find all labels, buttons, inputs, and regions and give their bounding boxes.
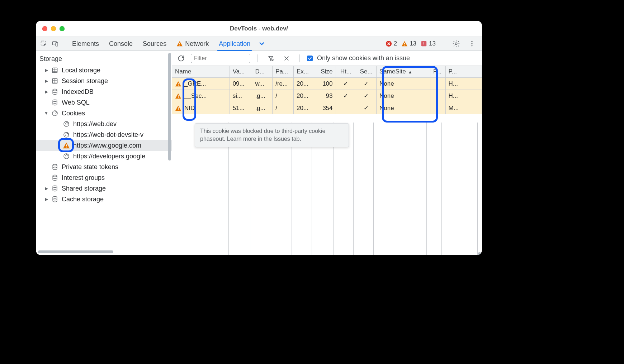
expand-arrow-icon[interactable]: ▶ <box>44 89 48 94</box>
issue-count-value: 13 <box>429 40 436 47</box>
tab-label: Sources <box>143 40 166 48</box>
column-header[interactable]: Name <box>172 66 230 78</box>
close-window-button[interactable] <box>42 26 47 31</box>
svg-point-30 <box>65 135 66 136</box>
svg-point-29 <box>67 135 67 136</box>
sidebar-section-title: Storage <box>36 53 172 65</box>
cookies-table: NameVa...D...Pa...Ex...SizeHt...Se...Sam… <box>172 66 482 114</box>
sidebar-item[interactable]: ▶Shared storage <box>36 183 172 194</box>
svg-point-37 <box>53 164 57 166</box>
warning-icon <box>175 93 181 99</box>
table-row[interactable]: _GRE...09...w.../re...20...100✓✓NoneH... <box>172 78 482 90</box>
svg-rect-2 <box>56 43 58 46</box>
column-header[interactable]: Ht... <box>336 66 356 78</box>
cell-domain: .g... <box>252 90 273 102</box>
tab-application[interactable]: Application <box>214 37 255 51</box>
inspect-element-icon[interactable] <box>38 38 49 49</box>
column-header[interactable]: Ex... <box>293 66 314 78</box>
cell-value: 51... <box>230 102 252 114</box>
cell-value: 09... <box>230 78 252 90</box>
column-header[interactable]: Va... <box>230 66 252 78</box>
column-header[interactable]: Size <box>314 66 336 78</box>
minimize-window-button[interactable] <box>51 26 56 31</box>
expand-arrow-icon[interactable]: ▶ <box>44 197 48 202</box>
tab-sources[interactable]: Sources <box>138 37 171 51</box>
sidebar-item-label: Cache storage <box>62 196 104 203</box>
more-options-icon[interactable] <box>466 38 478 49</box>
only-issues-checkbox[interactable] <box>307 56 313 61</box>
sidebar-item[interactable]: ▶Web SQL <box>36 97 172 108</box>
warning-count[interactable]: 13 <box>401 40 416 47</box>
clear-all-icon[interactable] <box>281 53 292 64</box>
clear-filter-icon[interactable] <box>265 53 276 64</box>
column-header[interactable]: P... <box>430 66 446 78</box>
expand-arrow-icon[interactable]: ▶ <box>44 68 48 73</box>
sidebar-item[interactable]: ▶Private state tokens <box>36 162 172 172</box>
cell-http: ✓ <box>336 90 356 102</box>
collapse-arrow-icon[interactable]: ▼ <box>44 111 48 116</box>
table-row[interactable]: NID51....g.../20...354✓NoneM... <box>172 102 482 114</box>
svg-point-36 <box>65 157 66 158</box>
svg-point-40 <box>53 197 57 198</box>
sidebar-item[interactable]: ▶Local storage <box>36 65 172 76</box>
cell-expires: 20... <box>293 78 314 90</box>
expand-arrow-icon[interactable]: ▶ <box>44 186 48 191</box>
table-row[interactable]: __Sec...si....g.../20...93✓✓NoneH... <box>172 90 482 102</box>
table-vertical-scrollbar[interactable] <box>478 252 481 255</box>
tab-label: Application <box>219 40 250 48</box>
refresh-icon[interactable] <box>176 53 186 64</box>
sidebar-item[interactable]: ▶https://web-dot-devsite-v <box>36 129 172 140</box>
svg-rect-7 <box>404 45 405 46</box>
settings-icon[interactable] <box>450 38 462 49</box>
cell-name: _GRE... <box>172 78 230 90</box>
column-header[interactable]: P... <box>445 66 482 78</box>
sidebar-item[interactable]: ▶Interest groups <box>36 172 172 183</box>
cell-priority: H... <box>445 78 482 90</box>
tab-network[interactable]: Network <box>171 37 214 51</box>
cell-path: / <box>273 90 294 102</box>
error-count[interactable]: 2 <box>386 40 397 47</box>
column-header[interactable]: D... <box>252 66 273 78</box>
svg-point-20 <box>54 112 55 113</box>
svg-point-17 <box>53 89 57 91</box>
more-tabs-button[interactable] <box>255 40 268 47</box>
tab-console[interactable]: Console <box>104 37 138 51</box>
db-icon <box>51 163 59 171</box>
sidebar-item-label: Interest groups <box>62 174 105 182</box>
svg-rect-45 <box>178 107 179 109</box>
sidebar-item[interactable]: ▶Cache storage <box>36 194 172 205</box>
cell-samesite: None <box>377 102 430 114</box>
expand-arrow-icon[interactable]: ▶ <box>44 78 48 83</box>
cell-secure: ✓ <box>356 90 377 102</box>
window-controls <box>42 26 65 31</box>
maximize-window-button[interactable] <box>60 26 65 31</box>
filter-input[interactable] <box>191 54 250 63</box>
column-header[interactable]: Pa... <box>273 66 294 78</box>
svg-rect-3 <box>179 43 180 44</box>
issue-count[interactable]: 13 <box>421 40 436 47</box>
warning-icon <box>176 40 183 47</box>
db-icon <box>51 99 59 106</box>
sidebar-horizontal-scrollbar[interactable] <box>36 250 172 255</box>
svg-point-38 <box>53 175 57 177</box>
cookie-icon <box>62 152 70 160</box>
panel-tabs: ElementsConsoleSourcesNetworkApplication <box>67 37 255 51</box>
sidebar-item-label: https://web.dev <box>73 120 117 128</box>
sidebar-item[interactable]: ▶https://developers.google <box>36 151 172 162</box>
sidebar-item[interactable]: ▶https://web.dev <box>36 119 172 129</box>
svg-point-35 <box>67 157 67 157</box>
device-toolbar-icon[interactable] <box>49 38 61 49</box>
column-header[interactable]: SameSite▲ <box>377 66 430 78</box>
sidebar-item-label: Session storage <box>62 77 108 85</box>
tab-elements[interactable]: Elements <box>67 37 104 51</box>
grid-icon <box>51 66 59 74</box>
sidebar-item[interactable]: ▶IndexedDB <box>36 86 172 97</box>
sidebar-item[interactable]: ▼Cookies <box>36 108 172 119</box>
column-header[interactable]: Se... <box>356 66 377 78</box>
svg-rect-46 <box>178 109 179 110</box>
sidebar-item[interactable]: ▶Session storage <box>36 76 172 86</box>
sidebar-vertical-scrollbar[interactable] <box>168 53 171 161</box>
grid-icon <box>51 77 59 85</box>
cell-http: ✓ <box>336 78 356 90</box>
sidebar-item[interactable]: ▶https://www.google.com <box>36 140 172 151</box>
